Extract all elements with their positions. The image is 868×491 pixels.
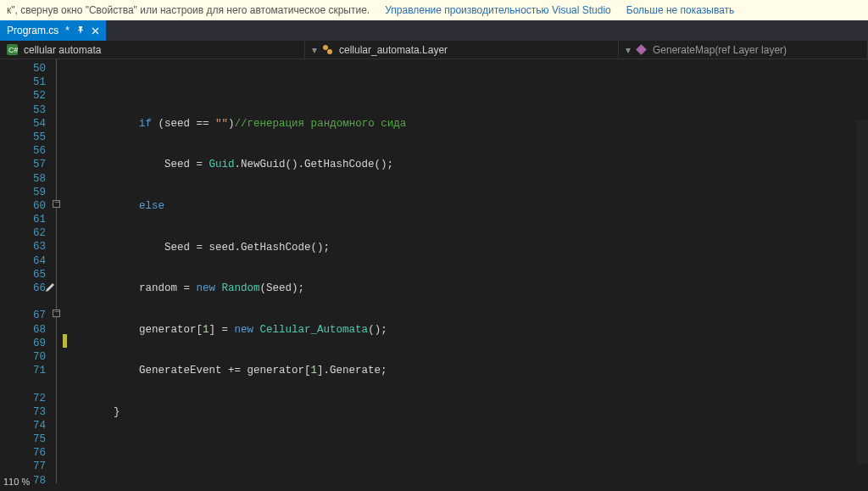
- svg-point-2: [323, 45, 328, 50]
- breadcrumb-namespace-text: cellular automata: [24, 44, 101, 56]
- vertical-scrollbar[interactable]: [856, 120, 868, 464]
- code-editor[interactable]: 50 51 52 53 54 55 56 57 58 59 60 61 62 6…: [0, 59, 868, 477]
- fold-toggle[interactable]: [53, 310, 60, 317]
- pencil-icon[interactable]: [44, 282, 56, 293]
- breadcrumb-namespace[interactable]: C# cellular automata: [0, 41, 305, 59]
- csharp-icon: C#: [7, 44, 19, 55]
- breadcrumb-bar: C# cellular automata ▾ cellular_automata…: [0, 41, 868, 59]
- tab-label: Program.cs: [7, 25, 58, 36]
- breadcrumb-class[interactable]: ▾ cellular_automata.Layer: [305, 41, 619, 59]
- info-message: к", свернув окно "Свойства" или настроив…: [7, 4, 370, 16]
- fold-column: [51, 59, 63, 477]
- dismiss-link[interactable]: Больше не показывать: [626, 4, 735, 16]
- info-bar: к", свернув окно "Свойства" или настроив…: [0, 0, 868, 20]
- perf-link[interactable]: Управление производительностью Visual St…: [385, 4, 611, 16]
- fold-toggle[interactable]: [53, 200, 60, 208]
- svg-text:C#: C#: [8, 46, 18, 54]
- code-area[interactable]: if (seed == "")//генерация рандомного си…: [63, 59, 868, 477]
- tab-dirty-indicator: *: [65, 25, 70, 36]
- svg-point-3: [327, 49, 332, 54]
- tab-strip: Program.cs*: [0, 20, 868, 41]
- pin-icon[interactable]: [76, 26, 85, 35]
- breadcrumb-method-text: GenerateMap(ref Layer layer): [653, 44, 787, 56]
- line-number-gutter: 50 51 52 53 54 55 56 57 58 59 60 61 62 6…: [17, 59, 51, 477]
- tab-program-cs[interactable]: Program.cs*: [0, 20, 106, 41]
- class-icon: [322, 44, 334, 55]
- close-icon[interactable]: [92, 27, 99, 35]
- method-icon: [636, 44, 648, 55]
- indicator-margin: [0, 59, 17, 477]
- breadcrumb-class-text: cellular_automata.Layer: [339, 44, 448, 56]
- svg-rect-4: [636, 44, 647, 55]
- breadcrumb-method[interactable]: ▾ GenerateMap(ref Layer layer): [619, 41, 868, 59]
